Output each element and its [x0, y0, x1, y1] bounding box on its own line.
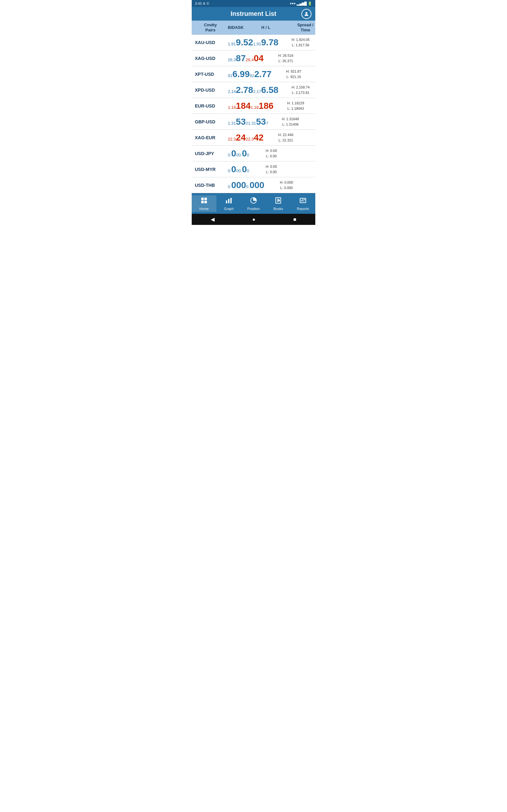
app-header: Instrument List	[192, 7, 315, 20]
nav-label-home: Home	[199, 207, 209, 211]
instrument-pair-name: XPT-USD	[193, 72, 228, 77]
recent-button[interactable]: ■	[293, 217, 297, 222]
table-row[interactable]: USD-JPY0.000.00H: 0.00L: 0.00Spr: 0–›	[192, 146, 315, 161]
table-row[interactable]: XPD-USD2,142.782,176.58H: 2,158.74L: 2,1…	[192, 82, 315, 98]
svg-point-0	[305, 12, 307, 14]
high-low: H: 0.00L: 0.00	[249, 164, 293, 174]
svg-rect-5	[226, 200, 227, 203]
bid-price: 1,919.52	[228, 38, 253, 47]
table-row[interactable]: USD-MYR0.000.00H: 0.00L: 0.00Spr: 0–›	[192, 161, 315, 177]
table-row[interactable]: XPT-USD916.99922.77H: 921.87L: 921.16Spr…	[192, 66, 315, 82]
nav-label-position: Position	[247, 207, 260, 211]
high-low: H: 22.446L: 22.321	[264, 132, 308, 143]
status-time: 3:43	[195, 2, 202, 5]
svg-rect-4	[205, 201, 207, 203]
col-hl: H / L	[244, 22, 288, 32]
spread-time: Spr: 1815:43:10›	[308, 132, 315, 143]
svg-rect-1	[201, 198, 204, 200]
instrument-pair-name: USD-THB	[193, 183, 228, 188]
instrument-pair-name: USD-MYR	[193, 167, 228, 172]
home-button[interactable]: ●	[252, 217, 256, 222]
table-row[interactable]: XAG-USD26.38726.404H: 26.516L: 26.371Spr…	[192, 50, 315, 66]
high-low: H: 0.000L: 0.000	[264, 180, 308, 190]
status-icon-a: A	[203, 2, 205, 5]
instrument-pair-name: USD-JPY	[193, 151, 228, 156]
bid-price: 0.000	[228, 181, 246, 190]
bid-price: 22.324	[228, 133, 245, 142]
high-low: H: 1.18229L: 1.18043	[274, 101, 315, 111]
col-spread: Spread /Time	[288, 22, 315, 32]
nav-item-books[interactable]: Books	[266, 195, 291, 212]
nav-label-books: Books	[274, 207, 283, 211]
table-header: CmdtyPairs BID ASK H / L Spread /Time	[192, 20, 315, 35]
ask-price: 0.00	[239, 165, 249, 174]
table-row[interactable]: XAG-EUR22.32422.342H: 22.446L: 22.321Spr…	[192, 130, 315, 146]
ask-price: 1.31537	[248, 117, 268, 126]
bottom-navigation: HomeGraphPositionBooksReports	[192, 193, 315, 214]
status-icon-c: ©	[207, 2, 209, 5]
graph-icon	[225, 197, 233, 206]
ask-price: 0.00	[239, 149, 249, 158]
spread-time: Spr: 515:43:10›	[313, 116, 315, 127]
spread-time: Spr: 0–›	[308, 180, 315, 190]
bid-price: 1.18184	[228, 101, 250, 110]
table-row[interactable]: GBP-USD1.315321.31537H: 1.31648L: 1.3140…	[192, 114, 315, 130]
reports-icon	[299, 197, 307, 206]
bid-price: 916.99	[228, 70, 250, 79]
col-pair: CmdtyPairs	[193, 22, 228, 32]
svg-rect-7	[230, 198, 232, 203]
ask-price: 1.18186	[250, 101, 274, 110]
nav-label-reports: Reports	[297, 207, 309, 211]
ask-price: 22.342	[245, 133, 263, 142]
svg-rect-2	[205, 198, 207, 200]
col-bid: BID	[228, 22, 235, 32]
nav-item-position[interactable]: Position	[241, 195, 266, 212]
signal-icon: ▂▄▆█	[297, 2, 307, 6]
instruments-list: XAU-USD1,919.521,919.78H: 1,924.05L: 1,9…	[192, 35, 315, 193]
back-button[interactable]: ◀	[211, 216, 215, 222]
table-row[interactable]: EUR-USD1.181841.18186H: 1.18229L: 1.1804…	[192, 98, 315, 114]
table-row[interactable]: USD-THB0.0000.000H: 0.000L: 0.000Spr: 0–…	[192, 177, 315, 193]
instrument-pair-name: EUR-USD	[193, 103, 228, 108]
ask-price: 0.000	[246, 181, 265, 190]
spread-time: Spr: 1715:43:10›	[308, 53, 315, 63]
user-profile-button[interactable]	[301, 9, 312, 19]
page-title: Instrument List	[231, 10, 276, 17]
spread-time: Spr: 0–›	[293, 148, 315, 159]
instrument-pair-name: XAG-USD	[193, 56, 228, 61]
system-navigation: ◀ ● ■	[192, 214, 315, 225]
high-low: H: 2,158.74L: 2,173.81	[279, 85, 315, 95]
high-low: H: 0.00L: 0.00	[249, 148, 293, 159]
high-low: H: 26.516L: 26.371	[264, 53, 308, 63]
position-icon	[250, 197, 257, 206]
instrument-pair-name: XAU-USD	[193, 40, 228, 45]
nav-item-graph[interactable]: Graph	[216, 195, 241, 212]
ask-price: 26.404	[245, 54, 263, 63]
books-icon	[274, 197, 282, 206]
col-ask: ASK	[235, 22, 243, 32]
home-icon	[200, 197, 208, 206]
table-row[interactable]: XAU-USD1,919.521,919.78H: 1,924.05L: 1,9…	[192, 35, 315, 50]
high-low: H: 1,924.05L: 1,917.56	[279, 37, 315, 48]
high-low: H: 1.31648L: 1.31406	[268, 116, 313, 127]
battery-icon: 🔋	[308, 2, 312, 6]
status-bar: 3:43 A © ▾▾▾ ▂▄▆█ 🔋	[192, 0, 315, 7]
bid-price: 0.00	[228, 165, 239, 174]
nav-item-home[interactable]: Home	[192, 195, 216, 212]
svg-rect-3	[201, 201, 204, 203]
svg-rect-13	[278, 200, 280, 201]
bid-price: 1.31532	[228, 117, 248, 126]
nav-item-reports[interactable]: Reports	[291, 195, 315, 212]
bid-price: 0.00	[228, 149, 239, 158]
instrument-pair-name: XAG-EUR	[193, 135, 228, 140]
wifi-icon: ▾▾▾	[290, 2, 296, 6]
high-low: H: 921.87L: 921.16	[272, 69, 315, 79]
bid-price: 2,142.78	[228, 86, 253, 95]
ask-price: 1,919.78	[253, 38, 279, 47]
nav-label-graph: Graph	[224, 207, 234, 211]
ask-price: 922.77	[250, 70, 272, 79]
spread-time: Spr: 0–›	[293, 164, 315, 174]
svg-rect-6	[228, 199, 229, 203]
bid-price: 26.387	[228, 54, 245, 63]
instrument-pair-name: GBP-USD	[193, 119, 228, 124]
